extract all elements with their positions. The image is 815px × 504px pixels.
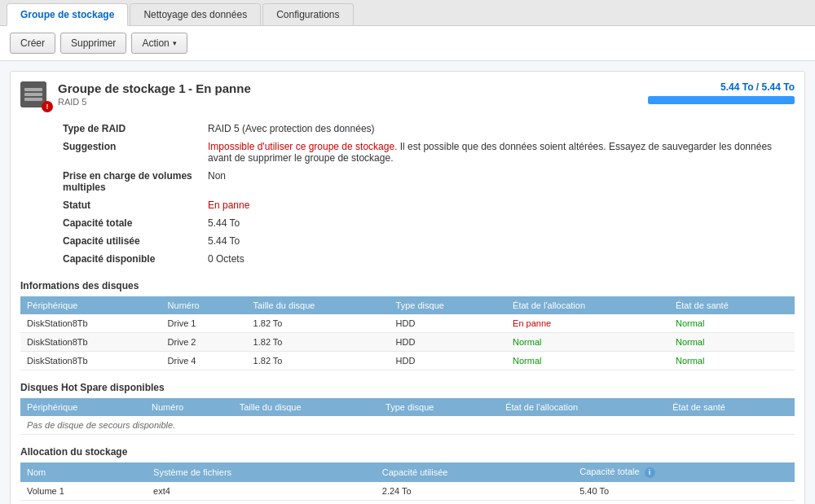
info-icon: i bbox=[645, 467, 655, 478]
action-label: Action bbox=[142, 37, 169, 49]
info-value-suggestion: Impossible d'utiliser ce groupe de stock… bbox=[203, 138, 793, 166]
allocation-col-used: Capacité utilisée bbox=[376, 462, 573, 482]
table-row: Volume 1 ext4 2.24 To 5.40 To bbox=[20, 482, 795, 501]
group-raid-type: RAID 5 bbox=[58, 97, 251, 107]
disk-type: HDD bbox=[390, 314, 507, 333]
disk-number: Drive 4 bbox=[161, 352, 247, 370]
create-button[interactable]: Créer bbox=[10, 33, 55, 54]
main-content: ! Groupe de stockage 1 - En panne RAID 5… bbox=[0, 61, 815, 504]
allocation-header-row: Nom Système de fichiers Capacité utilisé… bbox=[20, 462, 795, 482]
hotspare-no-data: Pas de disque de secours disponible. bbox=[20, 416, 795, 435]
table-row: DiskStation8Tb Drive 1 1.82 To HDD En pa… bbox=[20, 314, 795, 333]
info-label-suggestion: Suggestion bbox=[22, 138, 201, 166]
info-label-raid: Type de RAID bbox=[22, 121, 201, 137]
disks-col-device: Périphérique bbox=[20, 296, 161, 314]
capacity-bar-bg bbox=[648, 96, 795, 104]
info-value-capacity-available: 0 Octets bbox=[203, 251, 793, 267]
group-name: Groupe de stockage 1 bbox=[58, 81, 186, 95]
disks-table: Périphérique Numéro Taille du disque Typ… bbox=[20, 296, 795, 370]
disk-allocation: Normal bbox=[506, 352, 669, 370]
disk-allocation: Normal bbox=[506, 333, 669, 352]
group-header-left: ! Groupe de stockage 1 - En panne RAID 5 bbox=[20, 81, 251, 111]
disk-health: Normal bbox=[669, 314, 795, 333]
capacity-indicator: 5.44 To / 5.44 To bbox=[648, 81, 795, 104]
allocation-total: 5.40 To bbox=[573, 482, 795, 501]
info-label-statut: Statut bbox=[22, 197, 201, 213]
group-info: Groupe de stockage 1 - En panne RAID 5 bbox=[58, 81, 251, 107]
allocation-section-title: Allocation du stockage bbox=[20, 446, 795, 458]
disk-size: 1.82 To bbox=[247, 333, 390, 352]
disks-col-type: Type disque bbox=[390, 296, 507, 314]
disks-section-title: Informations des disques bbox=[20, 280, 795, 291]
hotspare-col-size: Taille du disque bbox=[233, 398, 379, 416]
action-button[interactable]: Action ▾ bbox=[131, 33, 187, 54]
disks-header-row: Périphérique Numéro Taille du disque Typ… bbox=[20, 296, 795, 314]
info-row-suggestion: Suggestion Impossible d'utiliser ce grou… bbox=[22, 138, 793, 166]
icon-bar-1 bbox=[24, 88, 42, 91]
info-label-multivol: Prise en charge de volumes multiples bbox=[22, 168, 201, 195]
hotspare-col-type: Type disque bbox=[379, 398, 499, 416]
disk-number: Drive 2 bbox=[161, 333, 247, 352]
info-table: Type de RAID RAID 5 (Avec protection des… bbox=[20, 119, 795, 269]
tab-bar: Groupe de stockage Nettoyage des données… bbox=[0, 0, 815, 26]
hotspare-table: Périphérique Numéro Taille du disque Typ… bbox=[20, 398, 795, 435]
disk-device: DiskStation8Tb bbox=[20, 314, 161, 333]
tab-nettoyage[interactable]: Nettoyage des données bbox=[130, 3, 261, 25]
disk-type: HDD bbox=[390, 352, 507, 370]
allocation-table: Nom Système de fichiers Capacité utilisé… bbox=[20, 462, 795, 501]
disk-size: 1.82 To bbox=[247, 352, 390, 370]
disk-health: Normal bbox=[669, 352, 795, 370]
hotspare-header-row: Périphérique Numéro Taille du disque Typ… bbox=[20, 398, 795, 416]
disk-number: Drive 1 bbox=[161, 314, 247, 333]
group-title-line: Groupe de stockage 1 - En panne bbox=[58, 81, 251, 95]
delete-button[interactable]: Supprimer bbox=[60, 33, 126, 54]
allocation-fs: ext4 bbox=[147, 482, 376, 501]
disks-col-size: Taille du disque bbox=[247, 296, 390, 314]
capacity-text: 5.44 To / 5.44 To bbox=[648, 81, 795, 93]
allocation-col-fs: Système de fichiers bbox=[147, 462, 376, 482]
suggestion-error: Impossible d'utiliser ce groupe de stock… bbox=[208, 141, 397, 152]
disks-col-number: Numéro bbox=[161, 296, 247, 314]
hotspare-col-allocation: État de l'allocation bbox=[499, 398, 666, 416]
info-label-capacity-used: Capacité utilisée bbox=[22, 233, 201, 249]
group-header: ! Groupe de stockage 1 - En panne RAID 5… bbox=[20, 81, 795, 111]
allocation-used: 2.24 To bbox=[376, 482, 573, 501]
disks-col-health: État de santé bbox=[669, 296, 795, 314]
capacity-bar-fill bbox=[648, 96, 795, 104]
group-separator: - bbox=[188, 81, 196, 95]
info-value-capacity-used: 5.44 To bbox=[203, 233, 793, 249]
disk-allocation: En panne bbox=[506, 314, 669, 333]
allocation-name: Volume 1 bbox=[20, 482, 147, 501]
hotspare-col-health: État de santé bbox=[666, 398, 795, 416]
disk-device: DiskStation8Tb bbox=[20, 333, 161, 352]
disk-type: HDD bbox=[390, 333, 507, 352]
tab-configurations[interactable]: Configurations bbox=[262, 3, 353, 25]
icon-bar-3 bbox=[24, 98, 42, 101]
info-row-multivol: Prise en charge de volumes multiples Non bbox=[22, 168, 793, 195]
table-row: DiskStation8Tb Drive 2 1.82 To HDD Norma… bbox=[20, 333, 795, 352]
hotspare-col-number: Numéro bbox=[145, 398, 233, 416]
info-value-statut: En panne bbox=[203, 197, 793, 213]
icon-bar-2 bbox=[24, 93, 42, 96]
info-row-capacity-total: Capacité totale 5.44 To bbox=[22, 215, 793, 231]
hotspare-section-title: Disques Hot Spare disponibles bbox=[20, 382, 795, 393]
info-value-multivol: Non bbox=[203, 168, 793, 195]
storage-group-card: ! Groupe de stockage 1 - En panne RAID 5… bbox=[10, 71, 805, 504]
disk-size: 1.82 To bbox=[247, 314, 390, 333]
table-row: DiskStation8Tb Drive 4 1.82 To HDD Norma… bbox=[20, 352, 795, 370]
allocation-col-name: Nom bbox=[20, 462, 147, 482]
toolbar: Créer Supprimer Action ▾ bbox=[0, 26, 815, 61]
info-row-statut: Statut En panne bbox=[22, 197, 793, 213]
info-row-raid: Type de RAID RAID 5 (Avec protection des… bbox=[22, 121, 793, 137]
allocation-col-total: Capacité totale i bbox=[573, 462, 795, 482]
disk-device: DiskStation8Tb bbox=[20, 352, 161, 370]
info-value-raid: RAID 5 (Avec protection des données) bbox=[203, 121, 793, 137]
info-label-capacity-available: Capacité disponible bbox=[22, 251, 201, 267]
tab-groupe-stockage[interactable]: Groupe de stockage bbox=[7, 3, 128, 26]
info-row-capacity-used: Capacité utilisée 5.44 To bbox=[22, 233, 793, 249]
group-status: En panne bbox=[196, 81, 251, 95]
storage-group-icon: ! bbox=[20, 81, 50, 111]
info-value-capacity-total: 5.44 To bbox=[203, 215, 793, 231]
info-label-capacity-total: Capacité totale bbox=[22, 215, 201, 231]
hotspare-col-device: Périphérique bbox=[20, 398, 145, 416]
